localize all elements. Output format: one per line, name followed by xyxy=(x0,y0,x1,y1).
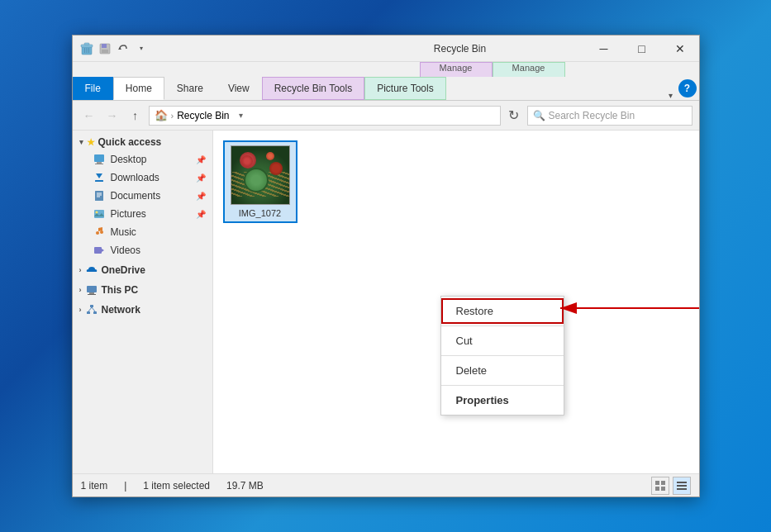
desktop-pin-icon: 📌 xyxy=(196,155,206,164)
manage-group-label: Manage xyxy=(420,62,493,77)
dropdown-qat-icon[interactable]: ▾ xyxy=(134,41,149,56)
path-home-icon: 🏠 xyxy=(155,109,168,121)
maximize-button[interactable]: □ xyxy=(623,36,661,62)
sidebar-header-quick-access[interactable]: ▾ ★ Quick access xyxy=(73,134,212,150)
tab-share[interactable]: Share xyxy=(164,77,216,100)
save-qat-icon[interactable] xyxy=(98,41,112,56)
help-button[interactable]: ? xyxy=(678,79,697,97)
manage-group-label2: Manage xyxy=(493,62,565,77)
svg-rect-35 xyxy=(655,487,659,491)
title-bar: ▾ Recycle Bin ─ □ ✕ xyxy=(73,36,699,62)
videos-icon xyxy=(93,244,106,257)
back-button[interactable]: ← xyxy=(79,106,99,126)
expand-arrow-quick-access: ▾ xyxy=(79,138,83,146)
ribbon-tab-bar: File Home Share View Recycle Bin Tools P… xyxy=(73,77,699,100)
svg-rect-26 xyxy=(90,305,93,307)
tab-view[interactable]: View xyxy=(216,77,262,100)
svg-rect-18 xyxy=(94,210,104,218)
view-grid-button[interactable] xyxy=(651,477,669,495)
up-button[interactable]: ↑ xyxy=(126,106,145,126)
svg-rect-25 xyxy=(88,294,96,295)
file-label: IMG_1072 xyxy=(228,208,293,218)
svg-rect-39 xyxy=(677,488,687,490)
sidebar-item-downloads[interactable]: Downloads 📌 xyxy=(73,169,212,187)
svg-rect-28 xyxy=(93,311,97,314)
view-list-button[interactable] xyxy=(673,477,691,495)
tab-home[interactable]: Home xyxy=(113,77,164,100)
videos-label: Videos xyxy=(111,245,140,256)
ribbon-collapse-icon[interactable]: ▾ xyxy=(669,91,673,100)
tab-manage-recycle[interactable]: Recycle Bin Tools xyxy=(262,77,365,100)
sidebar: ▾ ★ Quick access Desktop 📌 Downloads xyxy=(73,131,213,473)
pictures-pin-icon: 📌 xyxy=(196,210,206,219)
svg-rect-7 xyxy=(102,44,107,48)
documents-icon xyxy=(93,189,106,202)
expand-arrow-onedrive: › xyxy=(79,266,82,274)
music-label: Music xyxy=(111,226,136,238)
close-button[interactable]: ✕ xyxy=(661,36,699,62)
svg-rect-8 xyxy=(102,50,108,53)
address-bar: ← → ↑ 🏠 › Recycle Bin ▾ ↻ 🔍 Search Recyc… xyxy=(73,101,699,131)
file-item-img1072[interactable]: IMG_1072 xyxy=(223,140,297,223)
expand-arrow-thispc: › xyxy=(79,286,82,294)
svg-rect-2 xyxy=(84,43,89,45)
sidebar-item-music[interactable]: Music xyxy=(73,223,212,241)
sidebar-item-videos[interactable]: Videos xyxy=(73,241,212,259)
svg-rect-38 xyxy=(677,485,687,487)
path-dropdown-arrow[interactable]: ▾ xyxy=(233,111,250,120)
sidebar-section-quick-access: ▾ ★ Quick access Desktop 📌 Downloads xyxy=(73,134,212,259)
context-menu-item-properties[interactable]: Properties xyxy=(441,387,564,413)
svg-rect-12 xyxy=(95,164,103,164)
svg-rect-37 xyxy=(677,482,687,483)
sidebar-header-thispc[interactable]: › This PC xyxy=(73,281,212,299)
window-title: Recycle Bin xyxy=(336,36,585,61)
path-text: Recycle Bin xyxy=(177,110,229,121)
sidebar-item-desktop[interactable]: Desktop 📌 xyxy=(73,150,212,169)
main-content: ▾ ★ Quick access Desktop 📌 Downloads xyxy=(73,131,699,473)
quick-access-label: Quick access xyxy=(98,136,162,148)
thispc-label: This PC xyxy=(102,284,139,296)
music-icon xyxy=(93,226,106,239)
onedrive-label: OneDrive xyxy=(102,264,145,276)
documents-pin-icon: 📌 xyxy=(196,192,206,201)
minimize-button[interactable]: ─ xyxy=(585,36,623,62)
search-box[interactable]: 🔍 Search Recycle Bin xyxy=(527,106,692,126)
file-area[interactable]: IMG_1072 Restore Cut Delete Properties xyxy=(213,131,699,473)
sidebar-header-network[interactable]: › Network xyxy=(73,301,212,319)
search-placeholder: Search Recycle Bin xyxy=(549,110,635,121)
tab-manage-picture[interactable]: Picture Tools xyxy=(364,77,445,100)
sidebar-item-pictures[interactable]: Pictures 📌 xyxy=(73,205,212,223)
window-controls: ─ □ ✕ xyxy=(585,36,699,61)
svg-rect-36 xyxy=(661,487,665,491)
svg-rect-22 xyxy=(94,247,102,254)
ribbon: File Home Share View Recycle Bin Tools P… xyxy=(73,77,699,101)
svg-rect-13 xyxy=(95,180,103,182)
refresh-button[interactable]: ↻ xyxy=(504,106,524,126)
svg-rect-34 xyxy=(661,481,665,485)
svg-rect-33 xyxy=(655,481,659,485)
search-icon: 🔍 xyxy=(533,110,545,121)
pictures-label: Pictures xyxy=(111,208,146,220)
sidebar-header-onedrive[interactable]: › OneDrive xyxy=(73,261,212,279)
status-bar: 1 item | 1 item selected 19.7 MB xyxy=(73,473,699,496)
forward-button[interactable]: → xyxy=(102,106,122,126)
context-menu-item-cut[interactable]: Cut xyxy=(441,328,564,354)
svg-point-21 xyxy=(100,230,103,234)
tab-file[interactable]: File xyxy=(73,77,113,100)
status-separator: | xyxy=(124,480,126,492)
recycle-bin-icon xyxy=(79,41,94,56)
context-menu-item-restore[interactable]: Restore xyxy=(441,298,564,324)
undo-qat-icon[interactable] xyxy=(116,41,131,56)
network-icon xyxy=(85,303,98,316)
context-menu-item-delete[interactable]: Delete xyxy=(441,358,564,383)
arrow-annotation xyxy=(556,300,699,316)
expand-arrow-network: › xyxy=(79,306,82,314)
sidebar-item-documents[interactable]: Documents 📌 xyxy=(73,187,212,205)
svg-rect-14 xyxy=(95,191,103,201)
svg-rect-10 xyxy=(94,154,104,162)
onedrive-icon xyxy=(85,264,98,277)
svg-rect-24 xyxy=(89,292,94,294)
file-thumbnail xyxy=(231,145,290,205)
address-path[interactable]: 🏠 › Recycle Bin ▾ xyxy=(149,106,501,126)
svg-point-20 xyxy=(96,231,99,235)
